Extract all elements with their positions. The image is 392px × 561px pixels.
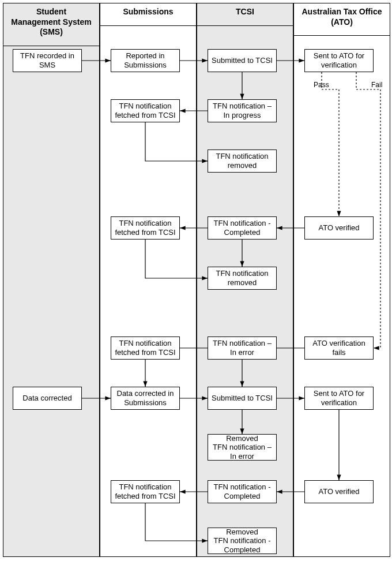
node-reported-submissions: Reported in Submissions — [111, 49, 180, 72]
node-submitted-2: Submitted to TCSI — [208, 387, 277, 410]
node-sent-ato-2: Sent to ATO for verification — [304, 387, 374, 410]
node-removed-1: TFN notification removed — [208, 149, 277, 173]
node-fetched-3: TFN notification fetched from TCSI — [111, 336, 180, 360]
node-removed-2: TFN notification removed — [208, 267, 277, 290]
node-fetched-1: TFN notification fetched from TCSI — [111, 99, 180, 122]
node-ato-verified-1: ATO verified — [304, 216, 374, 240]
node-sent-ato-1: Sent to ATO for verification — [304, 49, 374, 72]
label-pass: Pass — [314, 81, 329, 89]
node-removed-completed: Removed TFN notification - Completed — [208, 528, 277, 554]
node-data-corrected-sub: Data corrected in Submissions — [111, 387, 180, 410]
node-ato-verified-2: ATO verified — [304, 480, 374, 503]
node-completed-1: TFN notification - Completed — [208, 216, 277, 240]
node-ato-fails: ATO verification fails — [304, 336, 374, 360]
swimlane-diagram: Student Management System (SMS) Submissi… — [0, 0, 392, 561]
node-completed-2: TFN notification - Completed — [208, 480, 277, 503]
node-inerror: TFN notification – In error — [208, 336, 277, 360]
node-fetched-4: TFN notification fetched from TCSI — [111, 480, 180, 503]
node-tfn-recorded: TFN recorded in SMS — [13, 49, 82, 72]
node-submitted-1: Submitted to TCSI — [208, 49, 277, 72]
node-removed-inerror: Removed TFN notification – In error — [208, 434, 277, 461]
node-data-corrected: Data corrected — [13, 387, 82, 410]
label-fail: Fail — [371, 81, 382, 89]
connectors — [0, 0, 392, 561]
node-inprogress: TFN notification – In progress — [208, 99, 277, 122]
node-fetched-2: TFN notification fetched from TCSI — [111, 216, 180, 240]
